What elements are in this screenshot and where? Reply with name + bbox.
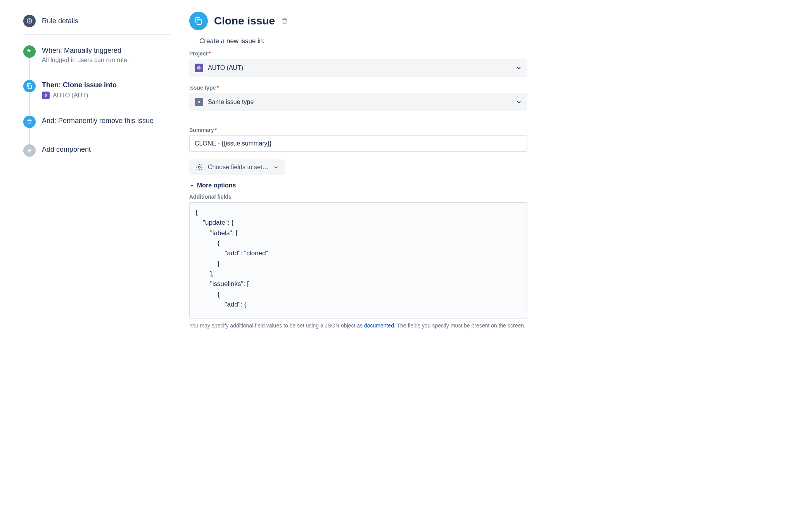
rule-sidebar: Rule details When: Manually triggered Al… bbox=[23, 12, 171, 330]
step-subtitle: All logged in users can run rule. bbox=[42, 57, 129, 64]
svg-rect-3 bbox=[28, 85, 31, 89]
help-text: You may specify additional field values … bbox=[189, 322, 527, 330]
divider bbox=[189, 119, 527, 119]
step-title: Add component bbox=[42, 145, 91, 154]
field-label: Issue type* bbox=[189, 85, 527, 91]
section-label: Create a new issue in: bbox=[199, 37, 527, 45]
step-add-component[interactable]: Add component bbox=[23, 144, 171, 157]
chevron-down-icon bbox=[516, 65, 522, 71]
more-options-toggle[interactable]: More options bbox=[189, 182, 527, 189]
toggle-label: More options bbox=[197, 182, 236, 189]
select-value: Same issue type bbox=[208, 99, 511, 106]
main-panel: Clone issue Create a new issue in: Proje… bbox=[189, 12, 527, 330]
svg-point-5 bbox=[45, 95, 47, 96]
trash-icon bbox=[23, 116, 36, 128]
panel-title: Clone issue bbox=[214, 15, 275, 27]
clone-icon bbox=[189, 12, 208, 30]
step-title: When: Manually triggered bbox=[42, 46, 129, 55]
chevron-down-icon bbox=[516, 99, 522, 105]
svg-rect-8 bbox=[197, 19, 201, 24]
svg-point-10 bbox=[198, 67, 200, 69]
plus-icon bbox=[23, 144, 36, 157]
rule-steps: When: Manually triggered All logged in u… bbox=[23, 45, 171, 157]
gear-icon bbox=[195, 163, 203, 171]
issue-type-select[interactable]: Same issue type bbox=[189, 93, 527, 111]
project-field: Project* AUTO (AUT) bbox=[189, 50, 527, 77]
project-avatar-icon bbox=[195, 64, 203, 72]
project-avatar-icon bbox=[42, 92, 50, 99]
step-delete-issue[interactable]: And: Permanently remove this issue bbox=[23, 116, 171, 128]
choose-fields-button[interactable]: Choose fields to set… bbox=[189, 159, 285, 175]
cursor-icon bbox=[23, 45, 36, 58]
step-title: Then: Clone issue into bbox=[42, 81, 117, 90]
svg-point-2 bbox=[29, 20, 30, 20]
documented-link[interactable]: documented bbox=[364, 322, 394, 329]
summary-input[interactable] bbox=[189, 135, 527, 152]
svg-point-11 bbox=[198, 101, 200, 103]
step-title: And: Permanently remove this issue bbox=[42, 116, 154, 125]
info-icon bbox=[23, 15, 36, 27]
rule-details-label: Rule details bbox=[42, 17, 78, 25]
issue-type-icon bbox=[195, 98, 203, 106]
panel-header: Clone issue bbox=[189, 12, 527, 30]
field-label: Project* bbox=[189, 50, 527, 57]
select-value: AUTO (AUT) bbox=[208, 64, 511, 71]
additional-fields-label: Additional fields bbox=[189, 194, 527, 200]
chevron-down-icon bbox=[273, 165, 279, 170]
svg-point-12 bbox=[199, 166, 200, 168]
project-select[interactable]: AUTO (AUT) bbox=[189, 59, 527, 77]
button-label: Choose fields to set… bbox=[208, 164, 269, 171]
additional-fields-textarea[interactable] bbox=[189, 202, 527, 319]
issue-type-field: Issue type* Same issue type bbox=[189, 85, 527, 111]
summary-field: Summary* bbox=[189, 127, 527, 152]
step-project: AUTO (AUT) bbox=[42, 92, 117, 99]
step-clone-issue[interactable]: Then: Clone issue into AUTO (AUT) bbox=[23, 80, 171, 99]
field-label: Summary* bbox=[189, 127, 527, 133]
clone-icon bbox=[23, 80, 36, 92]
rule-details-link[interactable]: Rule details bbox=[23, 12, 171, 35]
step-trigger[interactable]: When: Manually triggered All logged in u… bbox=[23, 45, 171, 64]
chevron-down-icon bbox=[189, 183, 195, 188]
delete-component-button[interactable] bbox=[281, 17, 288, 24]
